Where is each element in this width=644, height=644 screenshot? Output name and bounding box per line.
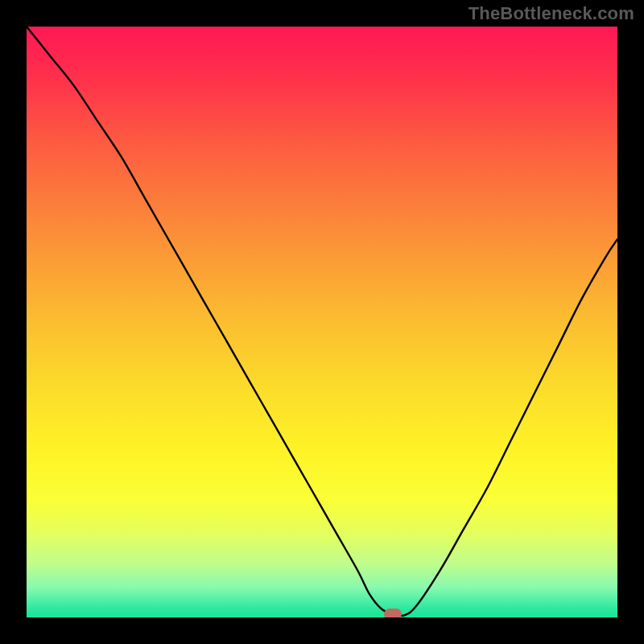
gradient-rect: [27, 27, 617, 617]
optimal-point-marker: [384, 609, 402, 617]
watermark-text: TheBottleneck.com: [469, 3, 634, 24]
chart-frame: TheBottleneck.com: [0, 0, 644, 644]
plot-area: [27, 27, 617, 617]
chart-svg: [27, 27, 617, 617]
